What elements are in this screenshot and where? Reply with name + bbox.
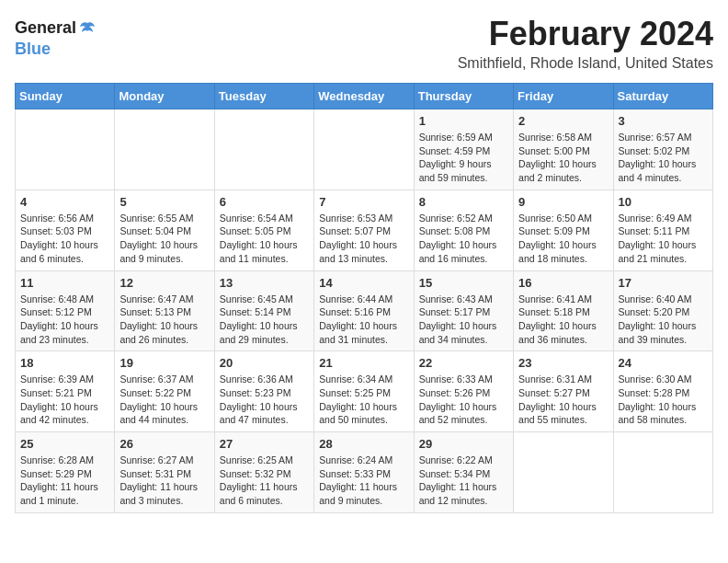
day-number: 13 [220, 276, 309, 290]
day-info: Sunrise: 6:27 AM Sunset: 5:31 PM Dayligh… [119, 454, 209, 508]
day-info: Sunrise: 6:47 AM Sunset: 5:13 PM Dayligh… [119, 293, 209, 347]
day-info: Sunrise: 6:56 AM Sunset: 5:03 PM Dayligh… [20, 212, 109, 266]
day-info: Sunrise: 6:39 AM Sunset: 5:21 PM Dayligh… [20, 373, 109, 427]
calendar-cell [613, 432, 712, 513]
logo-blue: Blue [15, 40, 51, 58]
day-number: 28 [319, 437, 408, 451]
day-number: 29 [419, 437, 508, 451]
day-number: 5 [119, 195, 209, 209]
day-number: 8 [419, 195, 508, 209]
calendar-cell: 13Sunrise: 6:45 AM Sunset: 5:14 PM Dayli… [214, 270, 313, 351]
calendar-week-row: 25Sunrise: 6:28 AM Sunset: 5:29 PM Dayli… [16, 432, 713, 513]
calendar-cell [16, 109, 115, 190]
calendar-cell: 6Sunrise: 6:54 AM Sunset: 5:05 PM Daylig… [214, 190, 313, 270]
day-info: Sunrise: 6:31 AM Sunset: 5:27 PM Dayligh… [518, 373, 608, 427]
calendar-cell: 5Sunrise: 6:55 AM Sunset: 5:04 PM Daylig… [115, 190, 214, 270]
calendar-cell: 10Sunrise: 6:49 AM Sunset: 5:11 PM Dayli… [613, 190, 712, 270]
calendar-table: SundayMondayTuesdayWednesdayThursdayFrid… [15, 83, 713, 513]
day-info: Sunrise: 6:40 AM Sunset: 5:20 PM Dayligh… [619, 293, 708, 347]
day-info: Sunrise: 6:59 AM Sunset: 4:59 PM Dayligh… [419, 131, 508, 185]
calendar-cell: 4Sunrise: 6:56 AM Sunset: 5:03 PM Daylig… [16, 190, 115, 270]
calendar-cell [214, 109, 313, 190]
calendar-week-row: 4Sunrise: 6:56 AM Sunset: 5:03 PM Daylig… [16, 190, 713, 270]
calendar-cell: 28Sunrise: 6:24 AM Sunset: 5:33 PM Dayli… [314, 432, 414, 513]
day-info: Sunrise: 6:54 AM Sunset: 5:05 PM Dayligh… [220, 212, 309, 266]
day-info: Sunrise: 6:28 AM Sunset: 5:29 PM Dayligh… [20, 454, 109, 508]
calendar-cell: 24Sunrise: 6:30 AM Sunset: 5:28 PM Dayli… [613, 351, 712, 432]
calendar-cell: 19Sunrise: 6:37 AM Sunset: 5:22 PM Dayli… [115, 351, 214, 432]
day-number: 9 [518, 195, 608, 209]
day-info: Sunrise: 6:50 AM Sunset: 5:09 PM Dayligh… [518, 212, 608, 266]
day-info: Sunrise: 6:44 AM Sunset: 5:16 PM Dayligh… [319, 293, 408, 347]
day-number: 18 [20, 356, 109, 370]
weekday-header-saturday: Saturday [613, 84, 712, 109]
calendar-cell: 20Sunrise: 6:36 AM Sunset: 5:23 PM Dayli… [214, 351, 313, 432]
day-number: 14 [319, 276, 408, 290]
day-info: Sunrise: 6:43 AM Sunset: 5:17 PM Dayligh… [419, 293, 508, 347]
calendar-header-row: SundayMondayTuesdayWednesdayThursdayFrid… [16, 84, 713, 109]
day-number: 20 [220, 356, 309, 370]
day-number: 7 [319, 195, 408, 209]
calendar-cell: 3Sunrise: 6:57 AM Sunset: 5:02 PM Daylig… [613, 109, 712, 190]
logo: General Blue [15, 18, 98, 59]
day-number: 25 [20, 437, 109, 451]
day-info: Sunrise: 6:25 AM Sunset: 5:32 PM Dayligh… [220, 454, 309, 508]
calendar-cell: 26Sunrise: 6:27 AM Sunset: 5:31 PM Dayli… [115, 432, 214, 513]
day-number: 22 [419, 356, 508, 370]
calendar-cell: 21Sunrise: 6:34 AM Sunset: 5:25 PM Dayli… [314, 351, 414, 432]
day-info: Sunrise: 6:37 AM Sunset: 5:22 PM Dayligh… [119, 373, 209, 427]
day-number: 2 [518, 114, 608, 128]
calendar-week-row: 11Sunrise: 6:48 AM Sunset: 5:12 PM Dayli… [16, 270, 713, 351]
day-number: 1 [419, 114, 508, 128]
day-info: Sunrise: 6:30 AM Sunset: 5:28 PM Dayligh… [619, 373, 708, 427]
day-number: 4 [20, 195, 109, 209]
day-number: 11 [20, 276, 109, 290]
day-number: 27 [220, 437, 309, 451]
calendar-cell: 8Sunrise: 6:52 AM Sunset: 5:08 PM Daylig… [414, 190, 513, 270]
weekday-header-sunday: Sunday [16, 84, 115, 109]
calendar-cell: 9Sunrise: 6:50 AM Sunset: 5:09 PM Daylig… [514, 190, 613, 270]
weekday-header-monday: Monday [115, 84, 214, 109]
day-info: Sunrise: 6:57 AM Sunset: 5:02 PM Dayligh… [619, 131, 708, 185]
calendar-cell [314, 109, 414, 190]
calendar-cell: 2Sunrise: 6:58 AM Sunset: 5:00 PM Daylig… [514, 109, 613, 190]
day-number: 12 [119, 276, 209, 290]
calendar-cell: 15Sunrise: 6:43 AM Sunset: 5:17 PM Dayli… [414, 270, 513, 351]
day-number: 26 [119, 437, 209, 451]
day-number: 17 [619, 276, 708, 290]
weekday-header-wednesday: Wednesday [314, 84, 414, 109]
calendar-week-row: 1Sunrise: 6:59 AM Sunset: 4:59 PM Daylig… [16, 109, 713, 190]
day-info: Sunrise: 6:53 AM Sunset: 5:07 PM Dayligh… [319, 212, 408, 266]
calendar-cell: 16Sunrise: 6:41 AM Sunset: 5:18 PM Dayli… [514, 270, 613, 351]
calendar-cell: 25Sunrise: 6:28 AM Sunset: 5:29 PM Dayli… [16, 432, 115, 513]
calendar-cell: 18Sunrise: 6:39 AM Sunset: 5:21 PM Dayli… [16, 351, 115, 432]
day-number: 24 [619, 356, 708, 370]
calendar-cell [514, 432, 613, 513]
calendar-cell: 23Sunrise: 6:31 AM Sunset: 5:27 PM Dayli… [514, 351, 613, 432]
day-info: Sunrise: 6:33 AM Sunset: 5:26 PM Dayligh… [419, 373, 508, 427]
calendar-cell: 27Sunrise: 6:25 AM Sunset: 5:32 PM Dayli… [214, 432, 313, 513]
day-info: Sunrise: 6:48 AM Sunset: 5:12 PM Dayligh… [20, 293, 109, 347]
day-info: Sunrise: 6:24 AM Sunset: 5:33 PM Dayligh… [319, 454, 408, 508]
calendar-cell: 29Sunrise: 6:22 AM Sunset: 5:34 PM Dayli… [414, 432, 513, 513]
day-info: Sunrise: 6:55 AM Sunset: 5:04 PM Dayligh… [119, 212, 209, 266]
day-info: Sunrise: 6:36 AM Sunset: 5:23 PM Dayligh… [220, 373, 309, 427]
day-number: 21 [319, 356, 408, 370]
day-info: Sunrise: 6:58 AM Sunset: 5:00 PM Dayligh… [518, 131, 608, 185]
calendar-cell: 14Sunrise: 6:44 AM Sunset: 5:16 PM Dayli… [314, 270, 414, 351]
calendar-cell: 11Sunrise: 6:48 AM Sunset: 5:12 PM Dayli… [16, 270, 115, 351]
day-info: Sunrise: 6:22 AM Sunset: 5:34 PM Dayligh… [419, 454, 508, 508]
day-number: 15 [419, 276, 508, 290]
day-info: Sunrise: 6:52 AM Sunset: 5:08 PM Dayligh… [419, 212, 508, 266]
day-info: Sunrise: 6:34 AM Sunset: 5:25 PM Dayligh… [319, 373, 408, 427]
weekday-header-tuesday: Tuesday [214, 84, 313, 109]
day-info: Sunrise: 6:41 AM Sunset: 5:18 PM Dayligh… [518, 293, 608, 347]
day-number: 23 [518, 356, 608, 370]
weekday-header-friday: Friday [514, 84, 613, 109]
page-header: February 2024 Smithfield, Rhode Island, … [15, 15, 713, 72]
day-number: 10 [619, 195, 708, 209]
calendar-cell: 7Sunrise: 6:53 AM Sunset: 5:07 PM Daylig… [314, 190, 414, 270]
calendar-cell: 1Sunrise: 6:59 AM Sunset: 4:59 PM Daylig… [414, 109, 513, 190]
logo-general: General [15, 18, 76, 37]
day-info: Sunrise: 6:45 AM Sunset: 5:14 PM Dayligh… [220, 293, 309, 347]
